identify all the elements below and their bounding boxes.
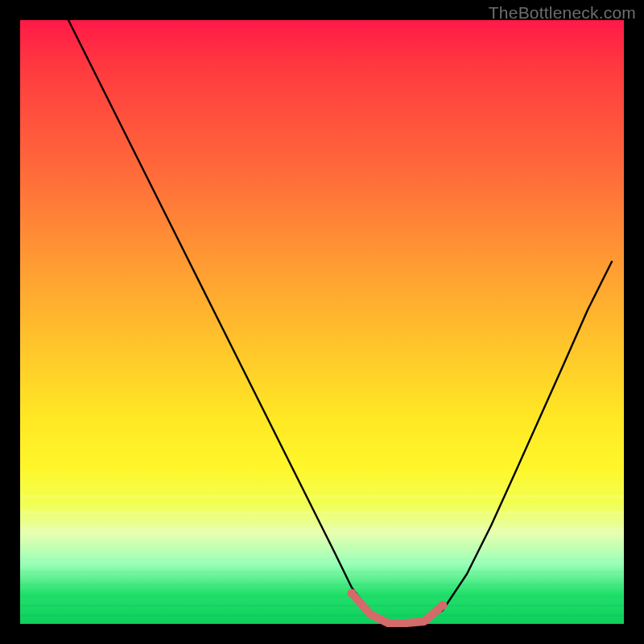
curve-path bbox=[68, 20, 612, 623]
highlight-segment bbox=[352, 593, 443, 623]
highlight-dot-right bbox=[439, 601, 448, 610]
highlight-dot-left bbox=[348, 589, 357, 598]
bottleneck-curve bbox=[20, 20, 624, 624]
chart-frame: TheBottleneck.com bbox=[0, 0, 644, 644]
watermark-text: TheBottleneck.com bbox=[489, 3, 636, 23]
